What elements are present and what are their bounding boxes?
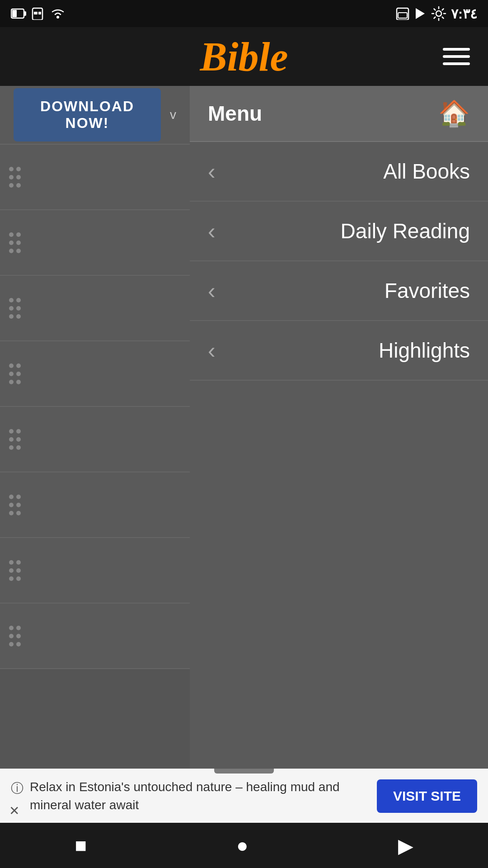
sim-icon — [32, 7, 45, 20]
menu-item-all-books[interactable]: ‹ All Books — [190, 142, 488, 202]
menu-label-highlights: Highlights — [225, 338, 470, 363]
menu-label-all-books: All Books — [225, 159, 470, 184]
nav-stop-button[interactable]: ■ — [61, 830, 100, 861]
list-row-4[interactable] — [0, 341, 190, 407]
list-row-2[interactable] — [0, 210, 190, 276]
ad-text: Relax in Estonia's untouched nature – he… — [30, 778, 377, 813]
menu-line-1 — [443, 48, 470, 51]
download-row: DOWNLOAD NOW! v — [0, 86, 190, 145]
ad-close-icon[interactable]: ✕ — [9, 803, 19, 818]
list-row-1[interactable] — [0, 145, 190, 210]
svg-rect-8 — [398, 13, 407, 18]
ad-banner: Test Ad ⓘ Relax in Estonia's untouched n… — [0, 769, 488, 823]
left-panel: DOWNLOAD NOW! v — [0, 86, 190, 769]
app-header: Bible — [0, 27, 488, 86]
wifi-icon — [50, 7, 66, 20]
list-row-3[interactable] — [0, 276, 190, 341]
home-icon[interactable]: 🏠 — [438, 99, 470, 128]
svg-rect-1 — [12, 10, 17, 17]
drag-dots-6 — [9, 495, 21, 515]
battery-icon — [11, 7, 27, 20]
chevron-left-icon-4: ‹ — [208, 337, 216, 363]
content-area: DOWNLOAD NOW! v — [0, 86, 488, 769]
menu-line-3 — [443, 62, 470, 65]
svg-rect-5 — [38, 12, 41, 14]
menu-button[interactable] — [438, 43, 474, 70]
drag-dots-7 — [9, 560, 21, 581]
simcard-icon — [396, 7, 409, 20]
svg-marker-9 — [416, 8, 425, 19]
list-row-6[interactable] — [0, 472, 190, 538]
ad-info: ⓘ Relax in Estonia's untouched nature – … — [11, 778, 377, 813]
play-store-icon — [414, 7, 427, 20]
nav-play-button[interactable]: ▶ — [385, 830, 427, 862]
svg-rect-4 — [34, 12, 38, 14]
nav-home-button[interactable]: ● — [223, 830, 262, 861]
drag-dots-1 — [9, 167, 21, 188]
nav-bar: ■ ● ▶ — [0, 823, 488, 868]
svg-rect-2 — [24, 11, 26, 16]
menu-label-daily-reading: Daily Reading — [225, 219, 470, 243]
drag-dots-5 — [9, 429, 21, 450]
settings-icon — [431, 6, 446, 21]
menu-item-highlights[interactable]: ‹ Highlights — [190, 321, 488, 381]
list-row-5[interactable] — [0, 407, 190, 472]
menu-header: Menu 🏠 — [190, 86, 488, 142]
svg-point-10 — [436, 11, 441, 16]
chevron-left-icon-2: ‹ — [208, 218, 216, 244]
menu-item-favorites[interactable]: ‹ Favorites — [190, 261, 488, 321]
drag-dots-4 — [9, 363, 21, 384]
visit-site-button[interactable]: VISIT SITE — [377, 779, 477, 813]
chevron-left-icon-3: ‹ — [208, 278, 216, 304]
status-time: ٧:٣٤ — [451, 6, 477, 22]
menu-line-2 — [443, 55, 470, 58]
drag-dots-2 — [9, 232, 21, 253]
drag-dots-3 — [9, 298, 21, 319]
status-bar: ٧:٣٤ — [0, 0, 488, 27]
menu-title: Menu — [208, 101, 262, 126]
list-row-8[interactable] — [0, 604, 190, 669]
ad-info-icon: ⓘ — [11, 780, 23, 797]
menu-label-favorites: Favorites — [225, 278, 470, 303]
overlay-menu: Menu 🏠 ‹ All Books ‹ Daily Reading ‹ Fav… — [190, 86, 488, 769]
status-right-icons: ٧:٣٤ — [396, 6, 477, 22]
download-button[interactable]: DOWNLOAD NOW! — [14, 88, 161, 142]
drag-dots-8 — [9, 626, 21, 646]
menu-item-daily-reading[interactable]: ‹ Daily Reading — [190, 202, 488, 261]
version-label: v — [170, 108, 176, 122]
status-left-icons — [11, 7, 66, 20]
chevron-left-icon-1: ‹ — [208, 158, 216, 184]
app-title: Bible — [200, 33, 288, 80]
svg-point-6 — [56, 16, 59, 19]
list-row-7[interactable] — [0, 538, 190, 604]
